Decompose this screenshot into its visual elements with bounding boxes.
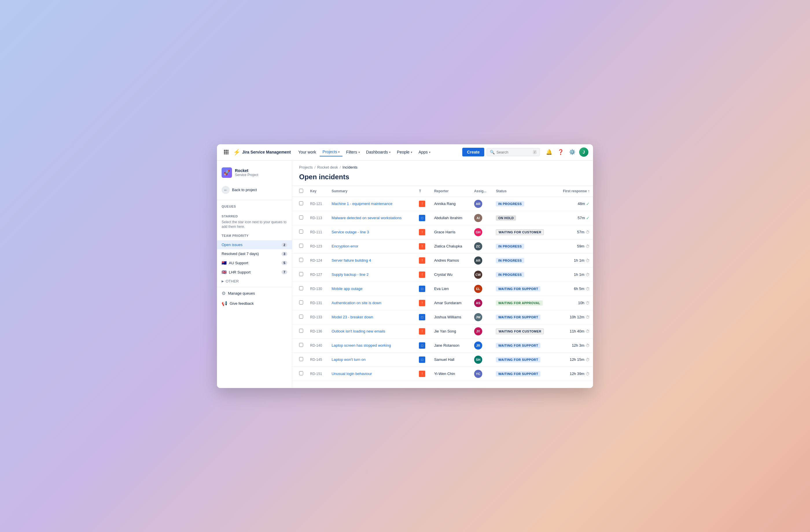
first-response-time: 59m: [577, 244, 584, 248]
issue-link[interactable]: Model 23 - breaker down: [331, 315, 373, 319]
nav-item-apps[interactable]: Apps ▾: [416, 148, 433, 156]
row-key: RD-123: [307, 239, 328, 253]
manage-queues-label: Manage queues: [228, 291, 255, 296]
sidebar-other-section[interactable]: ▶ OTHER: [217, 277, 292, 286]
th-first-response[interactable]: First response: [555, 186, 593, 197]
help-button[interactable]: ❓: [556, 148, 565, 157]
nav-item-filters[interactable]: Filters ▾: [343, 148, 362, 156]
status-badge: ON HOLD: [496, 215, 516, 221]
create-button[interactable]: Create: [462, 148, 484, 156]
issue-link[interactable]: Laptop won't turn on: [331, 358, 366, 362]
sidebar-give-feedback[interactable]: 📢 Give feedback: [217, 298, 292, 309]
assignee-avatar: AI: [474, 214, 482, 222]
nav-item-people[interactable]: People ▾: [394, 148, 415, 156]
search-input[interactable]: [497, 150, 531, 154]
issue-link[interactable]: Machine 1 - equipment maintenance: [331, 201, 392, 206]
row-summary: Unusual login behaviour: [328, 367, 416, 381]
incident-type-icon: !: [419, 201, 425, 207]
row-checkbox[interactable]: [299, 300, 303, 304]
row-summary: Supply backup - line 2: [328, 267, 416, 282]
status-badge: WAITING FOR SUPPORT: [496, 371, 540, 377]
clock-icon: ⏱: [585, 258, 589, 263]
dashboards-caret-icon: ▾: [389, 151, 391, 154]
issue-link[interactable]: Laptop screen has stopped working: [331, 343, 391, 348]
row-summary: Service outage - line 3: [328, 225, 416, 239]
nav-items: Your work Projects ▾ Filters ▾ Dashboard…: [295, 148, 460, 156]
row-checkbox[interactable]: [299, 343, 303, 347]
row-assignee: CW: [471, 267, 493, 282]
issue-link[interactable]: Mobile app outage: [331, 286, 362, 291]
issue-link[interactable]: Unusual login behaviour: [331, 371, 372, 376]
queues-label: Queues: [222, 205, 287, 208]
issue-link[interactable]: Service outage - line 3: [331, 230, 369, 234]
open-issues-badge: 2: [281, 243, 287, 247]
clock-icon: ⏱: [585, 329, 589, 334]
row-checkbox[interactable]: [299, 371, 303, 375]
row-first-response: 10h 12m ⏱: [555, 310, 593, 324]
row-checkbox[interactable]: [299, 286, 303, 290]
sidebar-item-au-support[interactable]: 🇦🇺 AU Support 5: [217, 258, 292, 267]
issue-link[interactable]: Authentication on site is down: [331, 301, 381, 305]
user-avatar[interactable]: J: [579, 148, 588, 157]
row-assignee: ZC: [471, 239, 493, 253]
back-to-project[interactable]: ← Back to project: [217, 184, 292, 196]
row-checkbox[interactable]: [299, 258, 303, 262]
nav-item-dashboards[interactable]: Dashboards ▾: [363, 148, 394, 156]
issue-link[interactable]: Outlook isn't loading new emails: [331, 329, 385, 333]
sidebar-manage-queues[interactable]: ⚙ Manage queues: [217, 288, 292, 298]
service-type-icon: □: [419, 342, 425, 349]
incident-type-icon: !: [419, 300, 425, 306]
sidebar-item-lhr-support[interactable]: 🇬🇧 LHR Support 7: [217, 267, 292, 277]
grid-icon[interactable]: [222, 148, 231, 157]
row-first-response: 1h 1m ⏱: [555, 267, 593, 282]
row-checkbox[interactable]: [299, 357, 303, 361]
clock-icon: ⏱: [585, 286, 589, 291]
clock-icon: ⏱: [585, 371, 589, 376]
row-checkbox[interactable]: [299, 230, 303, 234]
issue-link[interactable]: Server failure building 4: [331, 258, 371, 263]
row-checkbox-cell: [292, 211, 307, 225]
row-key: RD-140: [307, 338, 328, 352]
issue-link[interactable]: Supply backup - line 2: [331, 272, 369, 277]
row-type: !: [416, 197, 431, 211]
nav-logo[interactable]: ⚡ Jira Service Management: [233, 149, 291, 155]
table-body: RD-121 Machine 1 - equipment maintenance…: [292, 197, 593, 381]
clock-icon: ⏱: [585, 301, 589, 305]
settings-button[interactable]: ⚙️: [568, 148, 577, 157]
row-reporter: Joshua Williams: [431, 310, 471, 324]
row-checkbox[interactable]: [299, 315, 303, 319]
row-type: □: [416, 310, 431, 324]
row-checkbox[interactable]: [299, 244, 303, 248]
breadcrumb-projects[interactable]: Projects: [299, 165, 313, 169]
row-checkbox-cell: [292, 310, 307, 324]
incident-type-icon: !: [419, 328, 425, 334]
sidebar-item-resolved[interactable]: Resolved (last 7 days) 3: [217, 249, 292, 258]
nav-item-projects[interactable]: Projects ▾: [320, 148, 343, 156]
sidebar-item-open-issues[interactable]: Open issues 2: [217, 240, 292, 249]
row-type: □: [416, 352, 431, 367]
open-issues-label: Open issues: [222, 243, 242, 247]
notifications-button[interactable]: 🔔: [545, 148, 554, 157]
row-reporter: Abdullah Ibrahim: [431, 211, 471, 225]
table-row: RD-111 Service outage - line 3 ! Grace H…: [292, 225, 593, 239]
row-status: WAITING FOR SUPPORT: [492, 310, 555, 324]
breadcrumb-rocket-desk[interactable]: Rocket desk: [317, 165, 338, 169]
row-checkbox[interactable]: [299, 329, 303, 333]
breadcrumb: Projects / Rocket desk / Incidents: [292, 161, 593, 172]
row-checkbox[interactable]: [299, 215, 303, 219]
select-all-checkbox[interactable]: [299, 189, 303, 193]
row-key: RD-124: [307, 253, 328, 267]
row-reporter: Jie Yan Song: [431, 324, 471, 338]
row-checkbox[interactable]: [299, 201, 303, 205]
issue-link[interactable]: Malware detected on several workstations: [331, 216, 402, 220]
row-checkbox[interactable]: [299, 272, 303, 276]
th-checkbox: [292, 186, 307, 197]
nav-item-your-work[interactable]: Your work: [295, 148, 319, 156]
issue-link[interactable]: Encryption error: [331, 244, 358, 248]
search-box[interactable]: 🔍 /: [487, 148, 540, 156]
team-priority-label: TEAM PRIORITY: [222, 234, 287, 237]
row-type: !: [416, 253, 431, 267]
row-checkbox-cell: [292, 253, 307, 267]
clock-icon: ⏱: [585, 315, 589, 319]
assignee-avatar: AR: [474, 200, 482, 208]
